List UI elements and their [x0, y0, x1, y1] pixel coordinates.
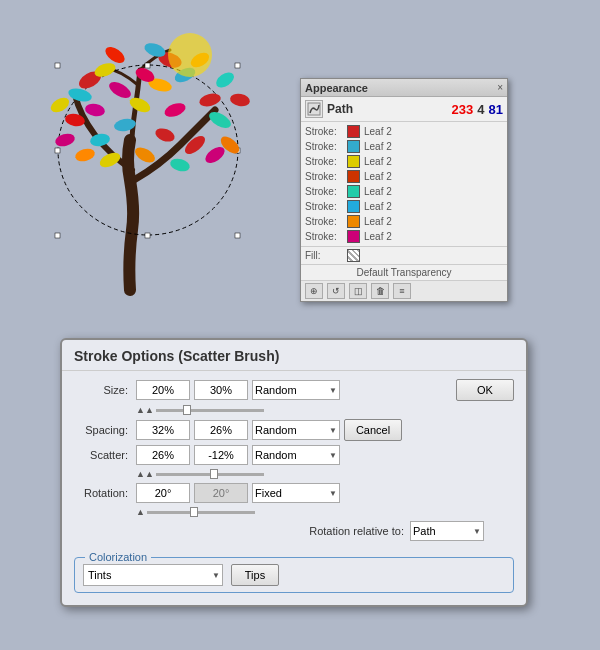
spacing-method-wrapper[interactable]: RandomFixed [252, 420, 340, 440]
stroke-swatch-2 [347, 155, 360, 168]
stroke-row-6: Stroke: Leaf 2 [305, 214, 503, 229]
stroke-row-0: Stroke: Leaf 2 [305, 124, 503, 139]
size-method-wrapper[interactable]: RandomFixed [252, 380, 340, 400]
spacing-label: Spacing: [74, 424, 132, 436]
rotation-relative-row: Rotation relative to: PathPage [74, 521, 514, 541]
close-icon[interactable]: × [497, 82, 503, 93]
size-slider-thumb[interactable] [183, 405, 191, 415]
stroke-label-3: Stroke: [305, 171, 343, 182]
stroke-label-5: Stroke: [305, 201, 343, 212]
svg-rect-4 [235, 63, 240, 68]
panel-bottom-bar: ⊕ ↺ ◫ 🗑 ≡ [301, 280, 507, 301]
delete-icon[interactable]: 🗑 [371, 283, 389, 299]
rotation-slider-row: ▲ [74, 507, 514, 517]
fill-swatch [347, 249, 360, 262]
panel-titlebar: Appearance × [301, 79, 507, 97]
stroke-swatch-0 [347, 125, 360, 138]
colorization-row: TintsNoneTints and ShadesHue Shift Tips [83, 564, 505, 586]
rotation-slider-icon: ▲ [136, 507, 145, 517]
size-slider-track[interactable] [156, 409, 264, 412]
scatter-label: Scatter: [74, 449, 132, 461]
stroke-label-6: Stroke: [305, 216, 343, 227]
stroke-name-2: Leaf 2 [364, 156, 392, 167]
rotation-relative-wrapper[interactable]: PathPage [410, 521, 484, 541]
colorization-method-select[interactable]: TintsNoneTints and ShadesHue Shift [83, 564, 223, 586]
fill-row: Fill: [301, 246, 507, 264]
size-slider-row: ▲▲ [74, 405, 514, 415]
path-icon [305, 100, 323, 118]
svg-point-41 [168, 33, 212, 77]
link-icon[interactable]: ⊕ [305, 283, 323, 299]
stroke-options-panel: Stroke Options (Scatter Brush) Size: Ran… [60, 338, 528, 607]
default-transparency: Default Transparency [301, 264, 507, 280]
scatter-max-input[interactable] [194, 445, 248, 465]
tips-button[interactable]: Tips [231, 564, 279, 586]
rotation-method-select[interactable]: FixedRandom [252, 483, 340, 503]
svg-rect-2 [55, 63, 60, 68]
scatter-slider-track[interactable] [156, 473, 264, 476]
rotation-slider-track[interactable] [147, 511, 255, 514]
rotation-min-input[interactable] [136, 483, 190, 503]
svg-rect-7 [55, 233, 60, 238]
stroke-name-6: Leaf 2 [364, 216, 392, 227]
stroke-swatch-4 [347, 185, 360, 198]
panel-title: Appearance [305, 82, 368, 94]
colorization-legend: Colorization [85, 551, 151, 563]
scatter-slider-thumb[interactable] [210, 469, 218, 479]
stroke-label-0: Stroke: [305, 126, 343, 137]
size-slider-min-icon: ▲▲ [136, 405, 154, 415]
fill-label: Fill: [305, 250, 343, 261]
ok-button[interactable]: OK [456, 379, 514, 401]
appearance-panel: Appearance × Path 233 4 81 Stroke: Leaf … [300, 78, 508, 302]
spacing-max-input[interactable] [194, 420, 248, 440]
scatter-method-wrapper[interactable]: RandomFixed [252, 445, 340, 465]
menu-icon[interactable]: ≡ [393, 283, 411, 299]
size-method-select[interactable]: RandomFixed [252, 380, 340, 400]
spacing-row: Spacing: RandomFixed Cancel [74, 419, 514, 441]
path-number-blue: 81 [489, 102, 503, 117]
cancel-button[interactable]: Cancel [344, 419, 402, 441]
path-number-dark: 4 [477, 102, 484, 117]
duplicate-icon[interactable]: ◫ [349, 283, 367, 299]
refresh-icon[interactable]: ↺ [327, 283, 345, 299]
stroke-name-1: Leaf 2 [364, 141, 392, 152]
stroke-label-2: Stroke: [305, 156, 343, 167]
rotation-label: Rotation: [74, 487, 132, 499]
size-row: Size: RandomFixed OK [74, 379, 514, 401]
scatter-slider-row: ▲▲ [74, 469, 514, 479]
svg-rect-5 [55, 148, 60, 153]
scatter-min-input[interactable] [136, 445, 190, 465]
scatter-method-select[interactable]: RandomFixed [252, 445, 340, 465]
stroke-label-1: Stroke: [305, 141, 343, 152]
stroke-row-2: Stroke: Leaf 2 [305, 154, 503, 169]
spacing-min-input[interactable] [136, 420, 190, 440]
stroke-swatch-5 [347, 200, 360, 213]
rotation-slider-thumb[interactable] [190, 507, 198, 517]
rotation-relative-select[interactable]: PathPage [410, 521, 484, 541]
rotation-method-wrapper[interactable]: FixedRandom [252, 483, 340, 503]
tints-select-wrapper[interactable]: TintsNoneTints and ShadesHue Shift [83, 564, 223, 586]
svg-rect-9 [235, 233, 240, 238]
stroke-row-1: Stroke: Leaf 2 [305, 139, 503, 154]
scatter-slider-icon: ▲▲ [136, 469, 154, 479]
svg-rect-3 [145, 63, 150, 68]
size-min-input[interactable] [136, 380, 190, 400]
stroke-row-5: Stroke: Leaf 2 [305, 199, 503, 214]
stroke-name-3: Leaf 2 [364, 171, 392, 182]
stroke-swatch-1 [347, 140, 360, 153]
size-max-input[interactable] [194, 380, 248, 400]
path-label: Path [327, 102, 448, 116]
path-row: Path 233 4 81 [301, 97, 507, 122]
stroke-name-7: Leaf 2 [364, 231, 392, 242]
rotation-row: Rotation: FixedRandom [74, 483, 514, 503]
stroke-rows: Stroke: Leaf 2 Stroke: Leaf 2 Stroke: Le… [301, 122, 507, 246]
stroke-row-3: Stroke: Leaf 2 [305, 169, 503, 184]
stroke-name-5: Leaf 2 [364, 201, 392, 212]
spacing-method-select[interactable]: RandomFixed [252, 420, 340, 440]
rotation-max-input [194, 483, 248, 503]
stroke-swatch-7 [347, 230, 360, 243]
stroke-row-7: Stroke: Leaf 2 [305, 229, 503, 244]
scatter-row: Scatter: RandomFixed [74, 445, 514, 465]
svg-rect-8 [145, 233, 150, 238]
stroke-label-7: Stroke: [305, 231, 343, 242]
